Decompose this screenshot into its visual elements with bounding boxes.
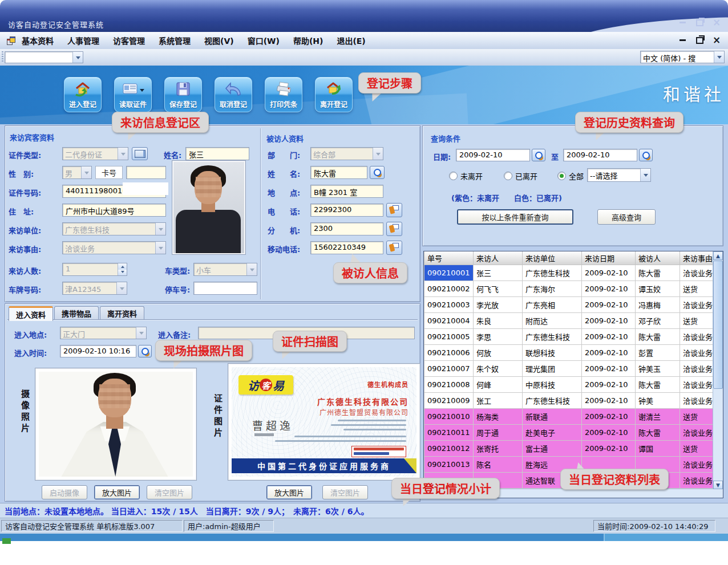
table-row[interactable]: 090210011周于通赴美电子2009-02-10陈大雷洽谈业务 — [424, 425, 714, 441]
restore-icon[interactable] — [694, 18, 705, 27]
vehicle-type-select[interactable]: 小车 — [193, 263, 257, 276]
menu-item[interactable]: 退出(E) — [337, 35, 365, 46]
date-to-input[interactable]: 2009-02-10 — [563, 149, 637, 161]
time-picker-icon[interactable] — [138, 345, 152, 357]
call-ext-icon[interactable] — [386, 222, 402, 236]
cert-type-value: 二代身份证 — [63, 148, 118, 160]
menu-item[interactable]: 帮助(H) — [293, 35, 323, 46]
toolbar-button-save[interactable]: 保存登记 — [164, 77, 202, 112]
chevron-down-icon[interactable] — [72, 52, 83, 63]
toolbar-button-leave[interactable]: 离开登记 — [315, 77, 353, 112]
chevron-down-icon[interactable] — [714, 51, 724, 63]
table-row[interactable]: 090210001张三广东德生科技2009-02-10陈大雷洽谈业务 — [424, 265, 714, 281]
call-mobile-icon[interactable] — [386, 241, 402, 255]
advanced-query-button[interactable]: 高级查询 — [597, 209, 656, 225]
cert-no-label: 证件号码: — [9, 187, 41, 198]
menu-item[interactable]: 人事管理 — [67, 35, 99, 46]
table-row[interactable]: 090210010杨海类新联通2009-02-10谢清兰送货 — [424, 409, 714, 425]
radio-icon — [449, 172, 458, 180]
plate-select[interactable]: 津A12345 — [62, 282, 127, 295]
interviewee-name-input[interactable]: 陈大雷 — [310, 166, 367, 179]
query-filter-select[interactable]: --请选择 — [587, 168, 651, 182]
reason-select[interactable]: 洽谈业务 — [62, 241, 166, 254]
requery-button[interactable]: 按以上条件重新查询 — [457, 209, 573, 225]
phone-input[interactable]: 22992300 — [310, 204, 383, 217]
zoom-photo-button[interactable]: 放大图片 — [94, 485, 140, 499]
toolbar-button-print[interactable]: 打印凭条 — [265, 77, 302, 112]
dept-select[interactable]: 综合部 — [310, 147, 383, 160]
tab-离开资料[interactable]: 离开资料 — [100, 306, 144, 320]
spin-down-icon[interactable] — [118, 270, 127, 276]
count-stepper[interactable]: 1 — [62, 263, 127, 276]
start-camera-button[interactable]: 启动摄像 — [42, 485, 87, 499]
menu-item[interactable]: 窗口(W) — [248, 35, 280, 46]
column-header[interactable]: 来访日期 — [582, 251, 636, 265]
card-no-input[interactable] — [126, 166, 166, 179]
table-row[interactable]: 090210007朱个奴理光集团2009-02-10钟美玉洽谈业务 — [424, 361, 714, 377]
lookup-icon[interactable] — [370, 166, 385, 179]
printer-icon — [275, 80, 292, 97]
entry-place-select[interactable]: 正大门 — [60, 327, 147, 339]
table-row[interactable]: 090210009张工广东德生科技2009-02-10钟美洽谈业务 — [424, 393, 714, 409]
menu-item[interactable]: 系统管理 — [159, 35, 191, 46]
address-input[interactable]: 广州市中山大道89号 — [62, 204, 166, 217]
table-row[interactable]: 090210004朱良附而达2009-02-10邓子欣送货 — [424, 313, 714, 329]
ext-input[interactable]: 2300 — [310, 222, 383, 235]
unit-select[interactable]: 广东德生科技 — [62, 222, 166, 235]
date-from-picker-icon[interactable] — [532, 149, 545, 161]
tab-进入资料[interactable]: 进入资料 — [9, 306, 53, 321]
clear-photo-button[interactable]: 清空图片 — [147, 485, 192, 499]
date-from-input[interactable]: 2009-02-10 — [456, 149, 530, 161]
column-header[interactable]: 单号 — [424, 251, 474, 265]
location-input[interactable]: B幢 2301 室 — [310, 185, 383, 198]
column-header[interactable]: 来访事由 — [680, 251, 714, 265]
gender-select[interactable]: 男 — [62, 166, 92, 179]
table-row[interactable]: 090210012张寄托富士通2009-02-10谭国送货 — [424, 441, 714, 457]
scroll-up-icon[interactable]: ▲ — [713, 251, 723, 260]
radio-not-left[interactable]: 未离开 — [449, 170, 483, 181]
mdi-close-icon[interactable]: × — [711, 36, 722, 44]
vertical-scrollbar[interactable]: ▲ ▼ — [713, 251, 723, 489]
toolbar-button-cancel[interactable]: 取消登记 — [215, 77, 252, 112]
table-row[interactable]: 090210006何放联想科技2009-02-10彭置洽谈业务 — [424, 345, 714, 361]
menu-item[interactable]: 基本资料 — [22, 35, 54, 46]
spin-up-icon[interactable] — [118, 263, 127, 270]
column-header[interactable]: 来访单位 — [523, 251, 582, 265]
menu-item[interactable]: 访客管理 — [113, 35, 145, 46]
toolbar-grip[interactable] — [2, 51, 3, 63]
parking-input[interactable] — [193, 282, 257, 295]
table-row[interactable]: 090210002何飞飞广东海尔2009-02-10谭玉姣送货 — [424, 281, 714, 297]
entry-time-input[interactable]: 2009-02-10 10:16 — [60, 345, 136, 357]
id-card-reader-button[interactable] — [132, 147, 148, 160]
language-select[interactable]: 中文 (简体) - 搜 — [640, 51, 725, 63]
mdi-minimize-icon[interactable] — [677, 36, 688, 44]
table-row[interactable]: 090210008何峰中原科技2009-02-10陈大雷洽谈业务 — [424, 377, 714, 393]
mdi-restore-icon[interactable] — [694, 36, 705, 44]
column-header[interactable]: 来访人 — [474, 251, 523, 265]
cert-type-select[interactable]: 二代身份证 — [62, 147, 128, 160]
date-to-picker-icon[interactable] — [639, 149, 653, 161]
toolbar-button-label: 读取证件 — [119, 99, 147, 109]
toolbar-button-enter[interactable]: 进入登记 — [64, 77, 102, 112]
entry-panel: 进入资料携带物品离开资料 进入地点: 正大门 进入备注: 进入时间: 2009-… — [5, 303, 420, 502]
radio-left[interactable]: 已离开 — [504, 170, 537, 181]
close-icon[interactable]: × — [711, 18, 722, 27]
quick-combo[interactable] — [5, 51, 83, 63]
tab-携带物品[interactable]: 携带物品 — [54, 306, 99, 320]
call-phone-icon[interactable] — [386, 203, 402, 217]
minimize-icon[interactable] — [677, 18, 688, 27]
clear-scan-button[interactable]: 清空图片 — [322, 485, 368, 499]
vertical-scroll-thumb[interactable] — [713, 261, 723, 389]
table-row[interactable]: 090210005李思广东德生科技2009-02-10陈大雷洽谈业务 — [424, 329, 714, 345]
chevron-down-icon[interactable] — [640, 169, 650, 181]
scroll-down-icon[interactable]: ▼ — [713, 481, 723, 489]
zoom-scan-button[interactable]: 放大图片 — [266, 485, 312, 499]
radio-all[interactable]: 全部 — [557, 170, 584, 181]
table-cell: 朱个奴 — [474, 361, 523, 377]
column-header[interactable]: 被访人 — [636, 251, 680, 265]
table-row[interactable]: 090210003李光放广东亮相2009-02-10冯惠梅洽谈业务 — [424, 297, 714, 313]
chevron-down-icon[interactable] — [140, 89, 144, 94]
menu-item[interactable]: 视图(V) — [204, 35, 234, 46]
toolbar-button-read-card[interactable]: 读取证件 — [114, 77, 152, 112]
visitor-name-input[interactable]: 张三 — [185, 147, 249, 160]
